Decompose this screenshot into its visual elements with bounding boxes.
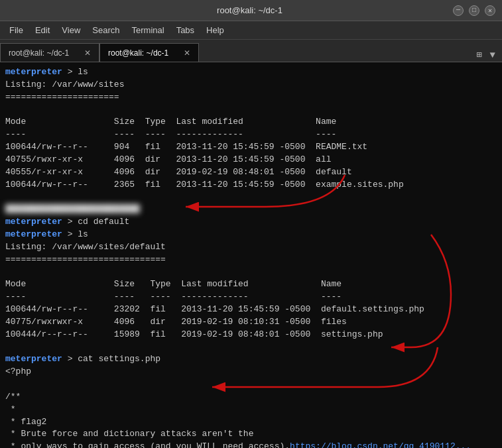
menu-search[interactable]: Search	[87, 24, 125, 36]
tab-0-label: root@kali: ~/dc-1	[9, 48, 69, 58]
line-comment-1: /**	[5, 391, 497, 404]
line-header-1: Mode Size Type Last modified Name	[5, 116, 497, 129]
line-blank-1	[5, 104, 497, 117]
line-blurred: ██████████████████████████	[5, 203, 497, 216]
line-1: Listing: /var/www/sites	[5, 79, 497, 91]
menu-file[interactable]: File	[4, 24, 29, 36]
tab-new-button[interactable]: ⊞	[473, 48, 484, 62]
tab-1-label: root@kali: ~/dc-1	[108, 48, 168, 58]
line-comment-4: * Brute force and dictionary attacks are…	[5, 428, 497, 441]
line-blank-3	[5, 266, 497, 279]
line-blank-2	[5, 191, 497, 203]
menu-bar: File Edit View Search Terminal Tabs Help	[0, 21, 502, 40]
line-file-2: 40755/rwxr-xr-x 4096 dir 2013-11-20 15:4…	[5, 154, 497, 166]
tab-1-close[interactable]: ✕	[184, 48, 190, 58]
line-file-1: 100644/rw-r--r-- 904 fil 2013-11-20 15:4…	[5, 141, 497, 154]
title-bar: root@kali: ~/dc-1 ─ □ ✕	[0, 0, 502, 21]
line-listing2: Listing: /var/www/sites/default	[5, 241, 497, 254]
tab-1[interactable]: root@kali: ~/dc-1 ✕	[99, 43, 199, 62]
maximize-button[interactable]: □	[469, 5, 479, 16]
close-button[interactable]: ✕	[485, 5, 495, 16]
line-cd: meterpreter > cd default	[5, 216, 497, 229]
line-blank-5	[5, 378, 497, 391]
title-bar-title: root@kali: ~/dc-1	[46, 5, 453, 15]
tab-dropdown-button[interactable]: ▼	[487, 48, 498, 62]
line-file-6: 40775/rwxrwxr-x 4096 dir 2019-02-19 08:1…	[5, 316, 497, 329]
menu-tabs[interactable]: Tabs	[171, 24, 200, 36]
line-2: ======================	[5, 91, 497, 104]
line-0: meterpreter > ls	[5, 66, 497, 79]
line-comment-3: * flag2	[5, 416, 497, 429]
tab-0-close[interactable]: ✕	[84, 48, 91, 58]
terminal[interactable]: meterpreter > ls Listing: /var/www/sites…	[0, 62, 502, 448]
tab-actions: ⊞ ▼	[473, 48, 502, 62]
menu-terminal[interactable]: Terminal	[127, 24, 170, 36]
line-file-5: 100644/rw-r--r-- 23202 fil 2013-11-20 15…	[5, 304, 497, 316]
line-file-7: 100444/r--r--r-- 15989 fil 2019-02-19 08…	[5, 329, 497, 341]
line-blank-4	[5, 341, 497, 354]
title-bar-controls: ─ □ ✕	[453, 5, 495, 16]
tab-0[interactable]: root@kali: ~/dc-1 ✕	[0, 43, 99, 62]
line-file-3: 40555/r-xr-xr-x 4096 dir 2019-02-19 08:4…	[5, 166, 497, 179]
line-comment-5: * only ways to gain access (and you WILL…	[5, 441, 497, 448]
line-sep-1: ---- ---- ---- ------------- ----	[5, 129, 497, 141]
line-file-4: 100644/rw-r--r-- 2365 fil 2013-11-20 15:…	[5, 179, 497, 192]
menu-help[interactable]: Help	[201, 24, 229, 36]
line-header-2: Mode Size Type Last modified Name	[5, 278, 497, 291]
menu-view[interactable]: View	[56, 24, 86, 36]
line-comment-2: *	[5, 404, 497, 416]
line-sep-2: ---- ---- ---- ------------- ----	[5, 291, 497, 304]
minimize-button[interactable]: ─	[453, 5, 464, 16]
line-cat: meterpreter > cat settings.php	[5, 353, 497, 366]
tab-bar: root@kali: ~/dc-1 ✕ root@kali: ~/dc-1 ✕ …	[0, 40, 502, 62]
menu-edit[interactable]: Edit	[30, 24, 55, 36]
line-ls2: meterpreter > ls	[5, 229, 497, 241]
line-php-open: <?php	[5, 366, 497, 378]
line-sep2: ===============================	[5, 254, 497, 266]
